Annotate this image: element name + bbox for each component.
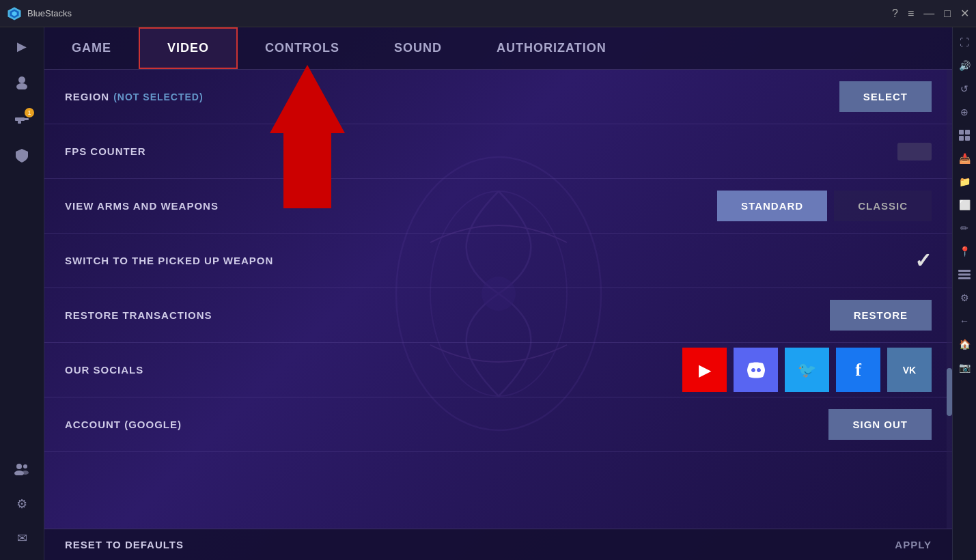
svg-rect-16	[965, 130, 970, 135]
bluestacks-logo	[7, 6, 22, 21]
svg-rect-18	[965, 136, 970, 141]
settings-icon: ⚙	[16, 496, 27, 512]
switch-weapon-control: ✓	[915, 249, 932, 272]
left-sidebar: ▶ 1	[0, 27, 44, 560]
view-arms-standard-button[interactable]: STANDARD	[717, 191, 827, 221]
rs-layers-icon[interactable]	[955, 265, 974, 284]
restore-transactions-control: RESTORE	[830, 300, 932, 331]
region-label: REGION(NOT SELECTED)	[65, 91, 839, 102]
region-row: REGION(NOT SELECTED) SELECT	[44, 70, 952, 124]
tab-game[interactable]: GAME	[44, 27, 139, 69]
rs-download-icon[interactable]: 📥	[955, 149, 974, 168]
sidebar-group[interactable]	[8, 456, 36, 484]
scrollbar-track	[947, 70, 952, 529]
restore-transactions-row: RESTORE TRANSACTIONS RESTORE	[44, 288, 952, 343]
rs-rotate-icon[interactable]: ↺	[955, 79, 974, 98]
facebook-button[interactable]: f	[836, 348, 880, 392]
rs-fullscreen-icon[interactable]: ⛶	[955, 33, 974, 52]
svg-point-3	[18, 76, 25, 83]
tab-authorization[interactable]: AUTHORIZATION	[469, 27, 634, 69]
rs-home-icon[interactable]: 🏠	[955, 335, 974, 354]
svg-rect-21	[958, 277, 971, 279]
switch-weapon-row: SWITCH TO THE PICKED UP WEAPON ✓	[44, 234, 952, 288]
tab-video[interactable]: VIDEO	[139, 27, 238, 69]
tab-sound[interactable]: SOUND	[367, 27, 469, 69]
tab-controls[interactable]: CONTROLS	[238, 27, 367, 69]
sign-out-button[interactable]: SIGN OUT	[828, 409, 932, 440]
profile-icon	[14, 74, 29, 93]
account-google-label: ACCOUNT (GOOGLE)	[65, 419, 828, 430]
discord-button[interactable]	[734, 348, 778, 392]
rs-edit-icon[interactable]: ✏	[955, 219, 974, 238]
reset-defaults-button[interactable]: RESET TO DEFAULTS	[65, 539, 184, 550]
svg-rect-17	[959, 136, 964, 141]
window-controls: ? ≡ — □ ✕	[892, 7, 969, 20]
our-socials-control: ▶ 🐦 f VK	[682, 348, 932, 392]
rs-volume-icon[interactable]: 🔊	[955, 56, 974, 75]
svg-point-8	[16, 464, 22, 469]
maximize-icon[interactable]: □	[944, 8, 951, 20]
our-socials-row: OUR SOCIALS ▶ 🐦 f VK	[44, 343, 952, 397]
region-select-button[interactable]: SELECT	[839, 81, 932, 112]
content-area: GAME VIDEO CONTROLS SOUND AUTHORIZATION …	[44, 27, 952, 560]
vk-button[interactable]: VK	[887, 348, 932, 392]
fps-counter-label: FPS COUNTER	[65, 145, 897, 157]
account-google-control: SIGN OUT	[828, 409, 932, 440]
rs-folder-icon[interactable]: 📁	[955, 172, 974, 191]
fps-counter-control	[897, 143, 932, 160]
sidebar-play[interactable]: ▶	[8, 33, 36, 60]
rs-square-icon[interactable]: ⬜	[955, 195, 974, 214]
sidebar-settings[interactable]: ⚙	[8, 490, 36, 518]
gun-badge: 1	[25, 108, 34, 117]
app-title: BlueStacks	[27, 8, 892, 18]
close-icon[interactable]: ✕	[960, 7, 969, 20]
fps-counter-row: FPS COUNTER	[44, 124, 952, 179]
main-layout: ▶ 1	[0, 27, 976, 560]
youtube-button[interactable]: ▶	[682, 348, 727, 392]
view-arms-row: VIEW ARMS AND WEAPONS STANDARD CLASSIC	[44, 179, 952, 234]
region-control: SELECT	[839, 81, 932, 112]
svg-rect-20	[958, 274, 971, 276]
fps-counter-toggle[interactable]	[897, 143, 932, 160]
switch-weapon-checkmark[interactable]: ✓	[915, 249, 932, 272]
sidebar-shield[interactable]	[8, 143, 36, 171]
svg-rect-5	[15, 117, 25, 121]
bottom-bar: RESET TO DEFAULTS APPLY	[44, 529, 952, 560]
svg-rect-7	[18, 121, 21, 124]
rs-plus-icon[interactable]: ⊕	[955, 102, 974, 122]
rs-gear-icon[interactable]: ⚙	[955, 288, 974, 307]
svg-point-9	[23, 464, 27, 468]
sidebar-gun[interactable]: 1	[8, 107, 36, 134]
view-arms-classic-button[interactable]: CLASSIC	[834, 191, 932, 221]
group-icon	[14, 462, 30, 479]
svg-rect-19	[958, 270, 971, 272]
help-icon[interactable]: ?	[892, 8, 898, 20]
twitter-button[interactable]: 🐦	[785, 348, 829, 392]
title-bar: BlueStacks ? ≡ — □ ✕	[0, 0, 976, 27]
rs-back-icon[interactable]: ←	[955, 311, 974, 331]
restore-button[interactable]: RESTORE	[830, 300, 932, 331]
svg-rect-6	[23, 118, 29, 120]
svg-rect-15	[959, 130, 964, 135]
sidebar-profile[interactable]	[8, 70, 36, 97]
apply-button[interactable]: APPLY	[895, 539, 932, 550]
scrollbar-thumb[interactable]	[947, 368, 952, 416]
mail-icon: ✉	[17, 531, 27, 546]
settings-container: REGION(NOT SELECTED) SELECT FPS COUNTER …	[44, 70, 952, 529]
minimize-icon[interactable]: —	[923, 8, 934, 20]
rs-location-icon[interactable]: 📍	[955, 242, 974, 261]
view-arms-control: STANDARD CLASSIC	[717, 191, 932, 221]
shield-icon	[14, 148, 29, 167]
play-icon: ▶	[17, 39, 27, 54]
restore-transactions-label: RESTORE TRANSACTIONS	[65, 309, 830, 321]
tabs-bar: GAME VIDEO CONTROLS SOUND AUTHORIZATION	[44, 27, 952, 70]
rs-build-icon[interactable]	[955, 126, 974, 145]
right-sidebar: ⛶ 🔊 ↺ ⊕ 📥 📁 ⬜ ✏ 📍 ⚙ ← 🏠 📷	[952, 27, 976, 560]
view-arms-label: VIEW ARMS AND WEAPONS	[65, 200, 717, 212]
switch-weapon-label: SWITCH TO THE PICKED UP WEAPON	[65, 255, 915, 266]
svg-point-4	[16, 83, 27, 89]
svg-point-11	[22, 471, 29, 475]
rs-camera-icon[interactable]: 📷	[955, 358, 974, 377]
menu-icon[interactable]: ≡	[908, 8, 914, 20]
sidebar-mail[interactable]: ✉	[8, 524, 36, 552]
